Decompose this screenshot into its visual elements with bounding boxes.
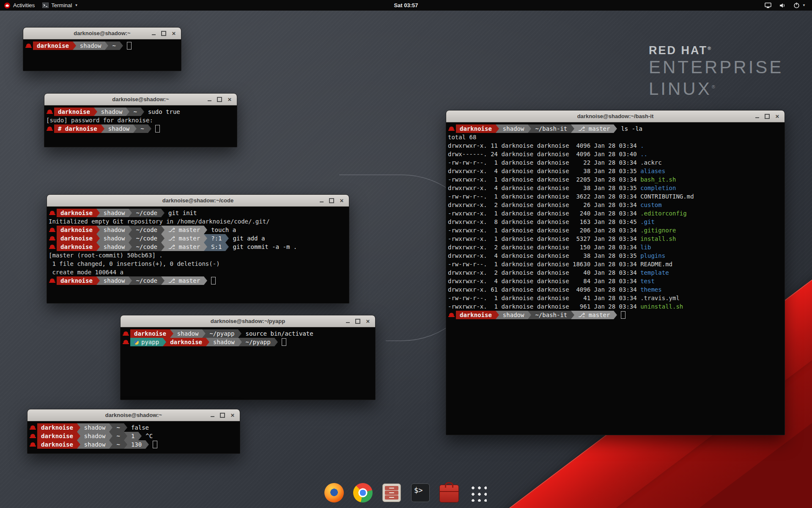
powerline-separator [571,124,574,133]
powerline-separator [129,234,132,243]
dock-firefox-button[interactable] [323,482,345,504]
minimize-button[interactable] [208,411,216,419]
powerline-separator [204,276,207,285]
terminal-window-sudo[interactable]: darknoise@shadow:~ × darknoiseshadow~sud… [44,93,237,147]
close-button[interactable]: × [170,30,178,37]
clock[interactable]: Sat 03:57 [0,2,812,8]
terminal-line: darknoiseshadow~sudo true [46,108,236,116]
files-icon [382,483,401,502]
close-button[interactable]: × [774,113,781,120]
terminal-window-pyapp[interactable]: darknoise@shadow:~/pyapp × darknoiseshad… [120,315,376,400]
terminal-cursor [621,311,625,319]
maximize-button[interactable] [354,318,362,325]
prompt-segment-path: ~/pyapp [242,338,274,346]
prompt-segment-git: ⎇ master [165,276,204,285]
dock-toolbox-button[interactable] [438,482,460,504]
volume-button[interactable] [775,0,790,11]
window-titlebar[interactable]: darknoise@shadow:~/pyapp × [121,315,375,327]
prompt-segment-host: shadow [80,432,110,440]
terminal-line: [master (root-commit) 50bcb63] . [49,251,348,260]
terminal-line: [sudo] password for darknoise: [46,116,236,124]
file-name: install.sh [640,235,676,242]
prompt-segment-code: 1 [127,432,138,440]
window-titlebar[interactable]: darknoise@shadow:~ × [44,94,237,105]
powerline-separator [124,423,127,432]
powerline-separator [614,124,617,133]
powerline-separator [496,124,499,133]
prompt-segment-path: ~/code [132,226,161,234]
terminal-window-bash-it[interactable]: darknoise@shadow:~/bash-it × darknoisesh… [446,110,785,435]
terminal-line: drwx------. 24 darknoise darknoise 4096 … [448,150,783,158]
maximize-button[interactable] [328,197,335,204]
terminal-window-code[interactable]: darknoise@shadow:~/code × darknoiseshado… [47,194,349,304]
powerline-separator [496,311,499,319]
terminal-line: -rw-rw-r--. 1 darknoise darknoise 22 Jan… [448,158,783,167]
terminal-window-home-2[interactable]: darknoise@shadow:~ × darknoiseshadow~fal… [27,409,240,454]
minimize-button[interactable] [318,197,325,204]
power-button[interactable]: ▼ [790,0,809,11]
output-text: -rwxrwxr-x. 1 darknoise darknoise 5327 J… [448,235,640,242]
output-text: -rw-rw-r--. 1 darknoise darknoise 3622 J… [448,193,640,200]
output-text: drwxrwxr-x. 2 darknoise darknoise 26 Jan… [448,202,640,208]
dock-terminal-button[interactable]: $> [409,482,431,504]
close-button[interactable]: × [229,411,236,419]
dock-chrome-button[interactable] [352,482,374,504]
chevron-down-icon: ▼ [802,3,806,7]
prompt-segment-host: shadow [499,124,528,133]
maximize-icon [217,97,222,102]
app-menu-terminal[interactable]: Terminal ▼ [38,0,82,11]
terminal-content[interactable]: darknoiseshadow~/bash-it⎇ masterls -lato… [446,122,785,321]
terminal-content[interactable]: darknoiseshadow~sudo true[sudo] password… [44,105,237,135]
maximize-button[interactable] [160,30,167,37]
output-text: drwxrwxr-x. 8 darknoise darknoise 163 Ja… [448,218,640,225]
terminal-content[interactable]: darknoiseshadow~/pyappsource bin/activat… [121,327,375,348]
maximize-button[interactable] [216,96,223,103]
powerline-separator [161,234,165,243]
prompt-segment-user: darknoise [57,243,96,251]
window-titlebar[interactable]: darknoise@shadow:~ × [23,28,181,39]
window-titlebar[interactable]: darknoise@shadow:~/code × [47,195,349,207]
terminal-line: # darknoiseshadow~ [46,124,236,133]
maximize-button[interactable] [219,411,226,419]
rhel-wordmark-enterprise: ENTERPRISE [649,57,783,77]
maximize-icon [329,198,334,203]
terminal-content[interactable]: darknoiseshadow~falsedarknoiseshadow~1^C… [27,421,240,451]
activities-button[interactable]: Activities [0,0,38,11]
minimize-button[interactable] [344,318,351,325]
terminal-content[interactable]: darknoiseshadow~/codegit initInitialized… [47,207,349,287]
system-status-area[interactable]: ▼ [761,0,812,11]
display-settings-button[interactable] [761,0,775,11]
terminal-line: drwxrwxr-x. 11 darknoise darknoise 4096 … [448,141,783,150]
prompt-segment-user: darknoise [37,432,77,440]
close-button[interactable]: × [226,96,233,103]
powerline-separator [96,243,100,251]
terminal-content[interactable]: darknoiseshadow~ [23,39,181,52]
powerline-separator [129,209,132,217]
output-text: total 68 [448,134,476,141]
powerline-separator [161,209,165,217]
window-titlebar[interactable]: darknoise@shadow:~/bash-it × [446,110,785,122]
minimize-button[interactable] [150,30,157,37]
command-text: sudo true [144,108,180,115]
prompt-segment-status: S:1 [207,243,225,251]
close-button[interactable]: × [338,197,346,204]
command-text: ^C [142,433,153,439]
top-bar: Activities Terminal ▼ Sat 03:57 ▼ [0,0,812,11]
terminal-window-home-1[interactable]: darknoise@shadow:~ × darknoiseshadow~ [23,27,181,71]
output-text: 1 file changed, 0 insertions(+), 0 delet… [49,260,220,267]
window-title: darknoise@shadow:~/code [47,197,349,204]
maximize-button[interactable] [763,113,771,120]
dock-files-button[interactable] [381,482,403,504]
file-name: uninstall.sh [640,303,683,310]
terminal-cursor [155,125,160,133]
prompt-segment-path: ~ [129,108,140,116]
terminal-line: Initialized empty Git repository in /hom… [49,217,348,226]
powerline-separator [141,108,144,116]
prompt-segment-user: darknoise [57,276,96,285]
dock-app-grid-button[interactable] [467,482,489,504]
close-button[interactable]: × [364,318,372,325]
minimize-button[interactable] [206,96,213,103]
minimize-button[interactable] [753,113,761,120]
window-titlebar[interactable]: darknoise@shadow:~ × [27,409,240,421]
redhat-icon [449,313,454,317]
